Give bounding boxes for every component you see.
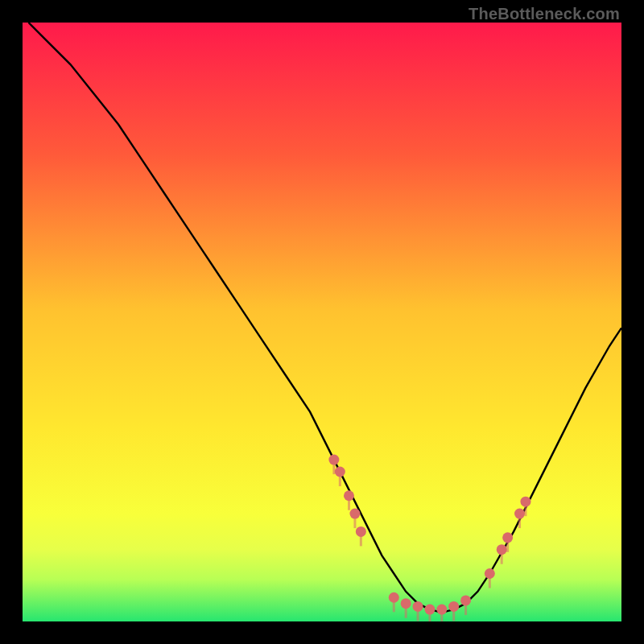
marker-point: [356, 526, 366, 537]
chart-svg: [23, 23, 621, 621]
marker-point: [485, 568, 495, 579]
marker-point: [413, 601, 423, 612]
chart-frame: [23, 23, 621, 621]
marker-point: [335, 467, 345, 477]
marker-point: [349, 509, 360, 519]
marker-point: [520, 497, 530, 507]
marker-point: [344, 490, 354, 501]
gradient-background: [23, 23, 621, 621]
marker-point: [389, 592, 399, 603]
marker-point: [514, 509, 525, 519]
marker-point: [328, 455, 339, 465]
attribution-text: TheBottleneck.com: [469, 5, 620, 23]
marker-point: [497, 544, 507, 555]
marker-point: [401, 598, 411, 609]
marker-point: [460, 595, 471, 605]
marker-point: [424, 605, 435, 615]
marker-point: [502, 532, 513, 543]
marker-point: [436, 605, 447, 615]
marker-point: [448, 601, 459, 612]
